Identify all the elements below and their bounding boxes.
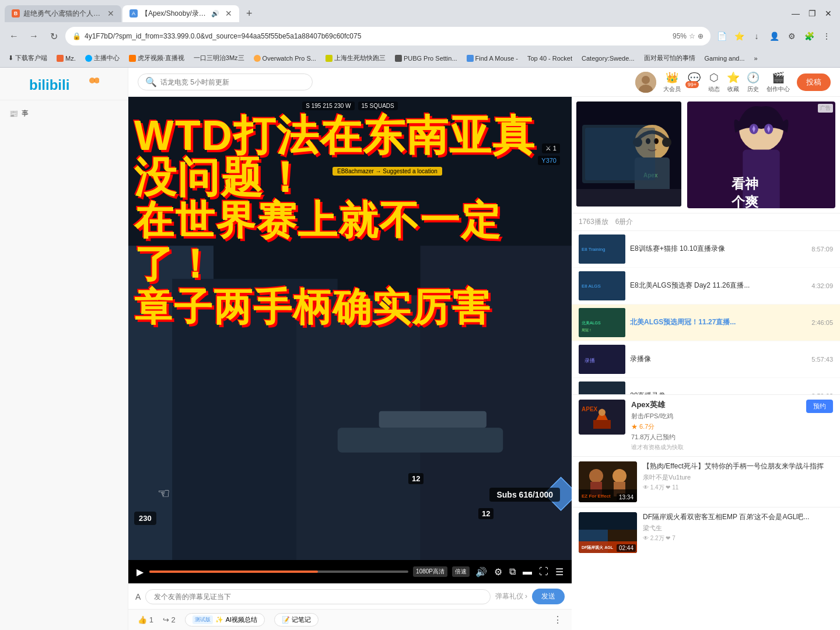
comment-bar: A 弹幕礼仪 › 发送 <box>128 583 572 609</box>
bookmark-icon[interactable]: ☆ <box>689 32 695 40</box>
settings-button[interactable]: ⚙ <box>493 565 503 579</box>
favorites-icon[interactable]: ⭐ <box>732 29 747 44</box>
minimize-button[interactable]: — <box>789 6 803 20</box>
tab-close-2[interactable]: ✕ <box>225 9 232 18</box>
toolbar-right: 📄 ⭐ ↓ 👤 ⚙ 🧩 ⋮ <box>714 29 834 44</box>
quality-badge[interactable]: 1080P高清 <box>413 566 447 577</box>
download-icon[interactable]: ↓ <box>749 29 764 44</box>
speed-badge[interactable]: 倍速 <box>452 566 470 577</box>
dynamic-icon: ⬡ <box>709 71 719 84</box>
action-create[interactable]: 🎬 创作中心 <box>766 71 790 93</box>
news-label: 事 <box>22 108 29 118</box>
apex-book-button[interactable]: 预约 <box>806 400 833 413</box>
svg-text:bilibili: bilibili <box>29 77 69 93</box>
notes-button[interactable]: 📝 记笔记 <box>274 613 318 626</box>
action-messages[interactable]: 💬 99+ <box>688 72 701 93</box>
settings-button-2[interactable]: ☰ <box>554 565 565 579</box>
action-dynamic[interactable]: ⬡ 动态 <box>708 71 720 93</box>
tab-close-1[interactable]: ✕ <box>107 9 114 18</box>
volume-button[interactable]: 🔊 <box>474 565 488 579</box>
tab-inactive[interactable]: B 超绝勇气小鸢猫的个人空间-超绝勇气小鸢 ✕ <box>5 5 121 22</box>
bookmark-overwatch[interactable]: Overwatch Pro S... <box>250 54 320 63</box>
df-title: DF隔岸观火看双密客互相EMP 百弟'这不会是AGL吧... <box>643 512 833 522</box>
fullscreen-button[interactable]: ⛶ <box>538 565 550 578</box>
send-button[interactable]: 发送 <box>532 589 565 604</box>
svg-point-23 <box>662 138 671 147</box>
bookmarks-overflow[interactable]: » <box>751 54 761 63</box>
bookmark-top40[interactable]: Top 40 - Rocket <box>524 54 576 63</box>
settings-icon[interactable]: ⚙ <box>784 29 799 44</box>
playlist-item-4[interactable]: 录播 录播像 5:57:43 <box>572 341 840 378</box>
playlist-duration-3: 2:46:05 <box>811 319 833 326</box>
pip-button[interactable]: ⧉ <box>508 565 517 578</box>
video-frame[interactable]: EXIT S 195 215 230 W <box>128 97 572 560</box>
like-button[interactable]: 👍 1 <box>138 615 153 624</box>
close-button[interactable]: ✕ <box>821 6 835 20</box>
forward-button[interactable]: → <box>26 28 42 44</box>
notes-icon: 📝 <box>282 616 290 623</box>
action-favorites[interactable]: ⭐ 收藏 <box>727 71 740 93</box>
tab-favicon-1: B <box>12 9 20 18</box>
download-client-btn[interactable]: ⬇ 下载客户端 <box>5 52 51 64</box>
tab-title-1: 超绝勇气小鸢猫的个人空间-超绝勇气小鸢 <box>23 9 102 19</box>
bookmark-sandwich[interactable]: 一口三明治3Mz三 <box>190 52 248 64</box>
sidebar-item-news[interactable]: 📰 事 <box>5 105 123 122</box>
action-vip[interactable]: 👑 大会员 <box>663 71 681 93</box>
theater-button[interactable]: ▬ <box>522 565 533 578</box>
progress-bar[interactable] <box>149 570 408 573</box>
df-video-item[interactable]: DF隔岸观火 AGL 02:44 DF隔岸观火看双密客互相EMP 百弟'这不会是… <box>572 507 840 558</box>
comment-input[interactable] <box>145 589 490 604</box>
text-format-icon[interactable]: A <box>135 592 141 601</box>
share-button[interactable]: ↪ 2 <box>163 615 176 624</box>
pdf-icon[interactable]: 📄 <box>714 29 729 44</box>
action-history[interactable]: 🕐 历史 <box>747 71 760 93</box>
refresh-button[interactable]: ↻ <box>46 28 62 44</box>
play-button[interactable]: ▶ <box>135 565 145 579</box>
effect-video-item[interactable]: EZ For Effect 13:34 【熟肉/Effect死斗】艾特你的手柄一… <box>572 456 840 507</box>
zoom-level: 95% <box>673 32 687 40</box>
search-box[interactable]: 🔍 <box>138 74 313 90</box>
profile-icon[interactable]: 👤 <box>766 29 782 44</box>
ad-label: 广告 <box>818 104 833 113</box>
bookmark-category[interactable]: Category:Swede... <box>578 54 638 63</box>
playlist-item-3[interactable]: 北美ALGS周冠！ 北美ALGS预选周冠！11.27直播... 2:46:05 <box>572 304 840 341</box>
gift-label[interactable]: 弹幕礼仪 › <box>495 592 527 601</box>
bookmark-shanghai[interactable]: 上海生死劫快跑三 <box>322 52 389 64</box>
streamer-video: Apex <box>576 102 681 206</box>
df-info: DF隔岸观火看双密客互相EMP 百弟'这不会是AGL吧... 梁弋生 👁 2.2… <box>643 512 833 553</box>
translate-icon[interactable]: ⊕ <box>698 32 704 40</box>
playlist-item-1[interactable]: E8 Training E8训练赛+猫排 10.10直播录像 8:57:09 <box>572 231 840 268</box>
bookmark-gaming[interactable]: Gaming and... <box>701 54 748 63</box>
bookmark-mz[interactable]: Mz. <box>53 54 79 63</box>
bookmark-label-2: 主播中心 <box>94 54 120 62</box>
title-line2: 在世界赛上就不一定了！ <box>134 198 566 286</box>
bookmark-scary[interactable]: 面对最可怕的事情 <box>640 52 699 64</box>
bookmark-label-10: Category:Swede... <box>582 55 635 62</box>
bookmark-label-6: 上海生死劫快跑三 <box>334 54 386 62</box>
more-button[interactable]: ⋮ <box>553 614 562 625</box>
maximize-button[interactable]: ❐ <box>805 6 819 20</box>
bottom-bar: 👍 1 ↪ 2 测试版 ✨ AI视频总结 📝 记笔记 ⋮ <box>128 609 572 630</box>
download-label: 下载客户端 <box>15 54 47 62</box>
effect-title: 【熟肉/Effect死斗】艾特你的手柄一号位朋友来学战斗指挥 <box>643 461 833 471</box>
vote-button[interactable]: 投稿 <box>797 74 831 91</box>
extensions-icon[interactable]: 🧩 <box>802 29 817 44</box>
news-icon: 📰 <box>9 110 18 118</box>
back-button[interactable]: ← <box>6 28 22 44</box>
bookmark-pubg[interactable]: PUBG Pro Settin... <box>391 54 461 63</box>
url-bar[interactable]: 🔒 4y1F7bD/?spm_id_from=333.999.0.0&vd_so… <box>65 27 710 46</box>
bookmark-huya[interactable]: 虎牙视频·直播视 <box>125 52 188 64</box>
menu-icon[interactable]: ⋮ <box>819 29 834 44</box>
playlist-thumb-1: E8 Training <box>579 235 625 264</box>
new-tab-button[interactable]: + <box>240 5 258 22</box>
secure-icon: 🔒 <box>72 32 81 40</box>
ai-summary-button[interactable]: 测试版 ✨ AI视频总结 <box>185 613 265 626</box>
tab-audio-icon: 🔊 <box>211 10 219 18</box>
bookmark-studio[interactable]: 主播中心 <box>82 52 123 64</box>
playlist-item-2[interactable]: E8 ALGS E8北美ALGS预选赛 Day2 11.26直播... 4:32… <box>572 268 840 304</box>
bookmark-findmouse[interactable]: Find A Mouse - <box>463 54 522 63</box>
search-input[interactable] <box>160 78 305 86</box>
playlist-item-5[interactable]: 30直播 30直播录像 8:59:03 <box>572 378 840 394</box>
tab-active[interactable]: A 【Apex/Shooby/录播】北 🔊 ✕ <box>123 5 239 22</box>
avatar[interactable] <box>635 72 656 93</box>
